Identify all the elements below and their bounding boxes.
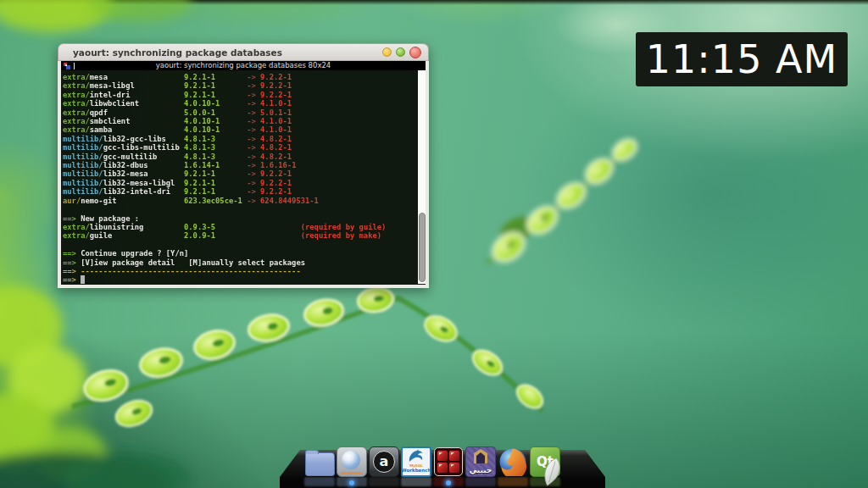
terminal-text-segment: ->: [247, 108, 260, 117]
window-controls: [382, 44, 421, 60]
terminal-line: ==> [V]iew package detail [M]anually sel…: [63, 258, 426, 267]
terminal-text-segment: libunistring: [90, 223, 144, 231]
terminal-text-segment: ->: [247, 197, 260, 205]
terminal-text-segment: 4.8.1-3: [157, 152, 247, 161]
scrollbar-thumb[interactable]: [419, 213, 426, 282]
terminal-line: extra/mesa-libgl 9.2.1-1 -> 9.2.2-1: [63, 81, 426, 90]
terminal-tab-title: yaourt: synchronizing package databases …: [156, 61, 331, 70]
terminal-text-segment: ==>: [63, 214, 81, 223]
maximize-button[interactable]: [396, 47, 405, 57]
terminal-line: multilib/gcc-libs-multilib 4.8.1-3 -> 4.…: [63, 143, 426, 152]
terminal-text-segment: 4.1.0-1: [260, 117, 292, 125]
terminal-text-segment: extra/: [63, 108, 90, 117]
tab-cursor: [74, 63, 75, 69]
terminal-text-segment: extra/: [63, 223, 90, 231]
terminal-text-segment: ==>: [63, 275, 81, 284]
terminal-text-segment: multilib/: [63, 187, 103, 196]
terminal-text-segment: multilib/: [63, 143, 103, 152]
terminal-text-segment: [V]iew package detail [M]anually select …: [81, 258, 305, 267]
terminal-text-segment: 4.0.10-1: [130, 117, 247, 125]
terminal-line: ==> ------------------------------------…: [63, 267, 426, 275]
terminal-text-segment: 4.8.1-3: [180, 143, 247, 152]
terminal-line: multilib/lib32-dbus 1.6.14-1 -> 1.6.16-1: [63, 161, 426, 169]
terminal-text-segment: multilib/: [63, 135, 103, 143]
terminal-text-segment: extra/: [63, 91, 90, 99]
terminal-lines[interactable]: extra/mesa 9.2.1-1 -> 9.2.2-1extra/mesa-…: [61, 70, 426, 285]
running-indicator-browser: [349, 480, 354, 485]
terminal-text-segment: lib32-dbus: [103, 161, 148, 169]
window-title: yaourt: synchronizing package databases: [58, 47, 282, 58]
terminal-line: multilib/lib32-mesa 9.2.1-1 -> 9.2.2-1: [63, 169, 426, 178]
browser-globe-icon: [337, 446, 367, 477]
terminal-window[interactable]: yaourt: synchronizing package databases …: [58, 43, 429, 288]
dock-item-mysql-workbench[interactable]: MySQL Workbench: [401, 446, 431, 477]
dock-item-a-app[interactable]: a: [369, 446, 399, 477]
red-grid-terminal-icon: [434, 447, 463, 476]
terminal-line: multilib/lib32-intel-dri 9.2.1-1 -> 9.2.…: [63, 187, 426, 196]
terminal-line: extra/libunistring 0.9.3-5 (required by …: [63, 223, 426, 231]
close-button[interactable]: [409, 47, 421, 58]
terminal-text-segment: multilib/: [63, 152, 103, 161]
terminal-text-segment: ->: [247, 99, 260, 108]
terminal-text-segment: ->: [247, 161, 260, 169]
terminal-text-segment: ->: [247, 179, 260, 187]
terminal-text-segment: extra/: [63, 117, 90, 125]
terminal-text-segment: multilib/: [63, 169, 103, 178]
terminal-line: multilib/lib32-mesa-libgl 9.2.1-1 -> 9.2…: [63, 179, 426, 187]
running-indicator-terminal-grid: [446, 480, 451, 485]
terminal-text-segment: 4.8.2-1: [260, 135, 292, 143]
terminal-tabbar[interactable]: yaourt: synchronizing package databases …: [61, 61, 426, 70]
terminal-text-segment: 1.6.16-1: [260, 161, 296, 169]
minimize-button[interactable]: [382, 47, 392, 57]
mihrab-arch: [474, 449, 487, 463]
firefox-icon: [498, 447, 527, 476]
dock: a MySQL Workbench حبيبي: [304, 446, 560, 477]
terminal-text-segment: 9.2.2-1: [260, 73, 292, 81]
window-titlebar[interactable]: yaourt: synchronizing package databases: [58, 43, 429, 61]
terminal-line: ==>: [63, 275, 426, 284]
workbench-label: Workbench: [402, 468, 431, 473]
terminal-text-segment: [215, 231, 301, 240]
terminal-text-segment: 623.3ec05ce-1: [117, 197, 248, 205]
terminal-line: [63, 241, 426, 249]
terminal-line: ==> Continue upgrade ? [Y/n]: [63, 249, 426, 258]
terminal-line: aur/nemo-git 623.3ec05ce-1 -> 624.844953…: [63, 197, 426, 205]
clock-widget: 11:15 AM: [636, 32, 848, 86]
terminal-text-segment: [215, 223, 301, 231]
terminal-text-segment: libwbclient: [90, 99, 139, 108]
terminal-line: extra/libwbclient 4.0.10-1 -> 4.1.0-1: [63, 99, 426, 108]
terminal-app-icon: [64, 63, 70, 69]
terminal-text-segment: lib32-gcc-libs: [103, 135, 166, 143]
terminal-text-segment: 4.1.0-1: [260, 125, 292, 134]
terminal-text-segment: 9.2.2-1: [260, 81, 292, 90]
terminal-text-segment: mesa: [90, 73, 108, 81]
terminal-text-segment: gcc-libs-multilib: [103, 143, 180, 152]
terminal-text-segment: 9.2.2-1: [260, 169, 292, 178]
dock-item-terminal-grid[interactable]: [433, 446, 464, 477]
dock-item-web-browser[interactable]: [337, 446, 367, 477]
terminal-text-segment: [81, 275, 85, 284]
terminal-text-segment: ->: [247, 143, 260, 152]
dock-reflection: [498, 477, 528, 486]
terminal-text-segment: ->: [247, 169, 260, 178]
terminal-text-segment: guile: [90, 231, 112, 240]
terminal-text-segment: ==>: [63, 267, 81, 275]
terminal-line: extra/smbclient 4.0.10-1 -> 4.1.0-1: [63, 117, 426, 125]
arabic-arch-icon: حبيبي: [465, 446, 496, 477]
mysql-workbench-icon: MySQL Workbench: [401, 446, 431, 477]
terminal-text-segment: gcc-multilib: [103, 152, 158, 161]
terminal-text-segment: Continue upgrade ? [Y/n]: [81, 249, 188, 258]
dock-item-file-manager[interactable]: [304, 446, 335, 477]
folder-icon: [305, 452, 335, 476]
dock-item-arabic-app[interactable]: حبيبي: [465, 446, 496, 477]
terminal-text-segment: multilib/: [63, 179, 103, 187]
terminal-text-segment: 2.0.9-1: [112, 231, 215, 240]
dock-item-firefox[interactable]: [498, 446, 528, 477]
terminal-text-segment: (required by make): [301, 231, 381, 240]
terminal-text-segment: 4.8.2-1: [260, 143, 292, 152]
terminal-text-segment: ->: [247, 73, 260, 81]
terminal-text-segment: 4.0.10-1: [112, 125, 247, 134]
arabic-label: حبيبي: [466, 465, 495, 475]
terminal-frame: yaourt: synchronizing package databases …: [58, 61, 429, 288]
terminal-scrollbar[interactable]: [418, 70, 426, 284]
